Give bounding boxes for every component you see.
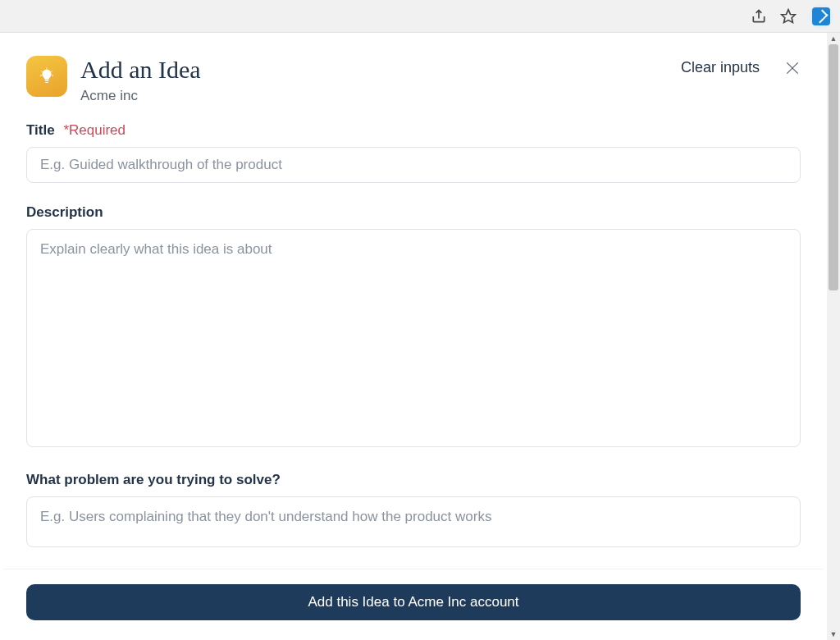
modal-footer: Add this Idea to Acme Inc account: [3, 569, 824, 640]
description-field-group: Description: [26, 204, 801, 450]
scroll-down-arrow-icon[interactable]: ▼: [827, 629, 840, 640]
problem-input[interactable]: [26, 496, 801, 547]
scroll-thumb[interactable]: [829, 44, 838, 290]
share-icon[interactable]: [750, 7, 768, 25]
submit-button[interactable]: Add this Idea to Acme Inc account: [26, 584, 801, 620]
svg-rect-1: [45, 80, 49, 81]
modal-subtitle: Acme inc: [80, 88, 201, 104]
title-label: Title: [26, 122, 55, 138]
problem-label: What problem are you trying to solve?: [26, 472, 281, 487]
page-scrollbar[interactable]: ▲ ▼: [827, 33, 840, 640]
description-label: Description: [26, 204, 103, 220]
modal-title: Add an Idea: [80, 56, 201, 83]
title-input[interactable]: [26, 147, 801, 183]
star-icon[interactable]: [779, 7, 797, 25]
svg-marker-0: [782, 9, 796, 22]
description-input[interactable]: [26, 229, 801, 447]
title-field-group: Title *Required: [26, 122, 801, 183]
required-mark: *Required: [63, 122, 126, 138]
add-idea-modal: Add an Idea Acme inc Clear inputs Title …: [3, 33, 824, 640]
scroll-track[interactable]: [827, 44, 840, 629]
extension-icon[interactable]: [809, 4, 833, 29]
scroll-up-arrow-icon[interactable]: ▲: [827, 33, 840, 44]
browser-toolbar: [0, 0, 840, 33]
close-icon[interactable]: [784, 60, 801, 76]
modal-header: Add an Idea Acme inc Clear inputs: [26, 56, 801, 104]
lightbulb-icon: [26, 56, 67, 97]
problem-field-group: What problem are you trying to solve?: [26, 472, 801, 551]
clear-inputs-button[interactable]: Clear inputs: [681, 59, 760, 76]
svg-rect-2: [45, 82, 48, 83]
